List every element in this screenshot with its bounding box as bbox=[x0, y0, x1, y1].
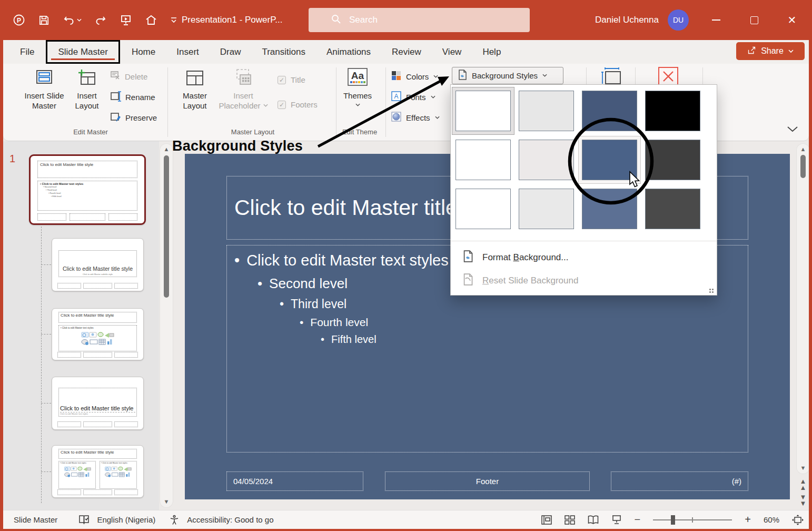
footer-placeholder[interactable]: Footer bbox=[385, 471, 590, 491]
home-icon[interactable] bbox=[145, 14, 157, 26]
insert-layout-icon bbox=[77, 67, 97, 88]
sidebar-scrollbar-thumb[interactable] bbox=[164, 155, 169, 298]
date-placeholder[interactable]: 04/05/2024 bbox=[226, 471, 363, 491]
scroll-up-icon[interactable]: ▲ bbox=[799, 146, 807, 152]
group-label-master-layout: Master Layout bbox=[171, 128, 335, 136]
tab-draw[interactable]: Draw bbox=[210, 40, 252, 64]
preserve-button[interactable]: Preserve bbox=[110, 110, 157, 125]
format-background-menu-item[interactable]: Format Background... bbox=[451, 246, 717, 269]
background-style-swatch[interactable] bbox=[515, 136, 578, 184]
undo-icon[interactable] bbox=[63, 14, 82, 26]
tab-view[interactable]: View bbox=[432, 40, 472, 64]
avatar[interactable]: DU bbox=[668, 9, 689, 31]
thumbnail-layout-2[interactable]: Click to edit Master title style • Click… bbox=[52, 308, 144, 360]
minimize-button[interactable] bbox=[697, 0, 735, 40]
insert-slide-master-button[interactable]: Insert Slide Master bbox=[22, 67, 67, 111]
background-style-swatch[interactable] bbox=[641, 185, 704, 233]
themes-button[interactable]: Aa Themes bbox=[335, 67, 380, 107]
tab-transitions[interactable]: Transitions bbox=[251, 40, 316, 64]
save-icon[interactable] bbox=[38, 14, 50, 26]
background-style-swatch[interactable] bbox=[452, 185, 514, 233]
fit-to-window-icon[interactable] bbox=[792, 515, 804, 525]
background-style-swatch[interactable] bbox=[452, 87, 514, 135]
collapse-ribbon-chevron[interactable] bbox=[787, 125, 798, 135]
maximize-button[interactable] bbox=[735, 0, 773, 40]
status-accessibility[interactable]: Accessibility: Good to go bbox=[187, 515, 273, 524]
accessibility-icon[interactable] bbox=[169, 515, 180, 525]
next-slide-button[interactable]: ▼▼ bbox=[796, 494, 810, 507]
close-button[interactable]: ✕ bbox=[773, 0, 811, 40]
resize-grip[interactable] bbox=[709, 288, 714, 293]
rename-button[interactable]: Rename bbox=[110, 90, 155, 104]
format-background-icon bbox=[462, 250, 473, 265]
slideshow-view-icon[interactable] bbox=[611, 515, 622, 525]
tab-slide-master[interactable]: Slide Master bbox=[46, 40, 120, 64]
chevron-down-icon bbox=[431, 95, 435, 100]
main-scrollbar[interactable]: ▲ ▼ bbox=[796, 143, 810, 474]
status-view-label[interactable]: Slide Master bbox=[14, 515, 57, 524]
zoom-out-icon[interactable]: − bbox=[635, 514, 641, 526]
scroll-down-icon[interactable]: ▼ bbox=[163, 499, 170, 505]
share-button[interactable]: Share bbox=[736, 42, 805, 60]
thumb-footer-row bbox=[57, 283, 137, 289]
normal-view-icon[interactable] bbox=[541, 515, 552, 525]
tab-review[interactable]: Review bbox=[381, 40, 432, 64]
insert-layout-button[interactable]: Insert Layout bbox=[64, 67, 110, 111]
thumbnail-layout-3[interactable]: Click to edit Master title style Click t… bbox=[52, 377, 144, 430]
slide-sorter-icon[interactable] bbox=[565, 515, 575, 525]
thumbnail-layout-1[interactable]: Click to edit Master title style Click t… bbox=[52, 238, 144, 291]
zoom-level[interactable]: 60% bbox=[764, 515, 779, 524]
redo-icon[interactable] bbox=[94, 14, 107, 26]
scroll-down-icon[interactable]: ▼ bbox=[799, 465, 807, 471]
document-title: Presentation1 - PowerP... bbox=[182, 0, 283, 40]
powerpoint-window: P Presentation1 - PowerP... bbox=[0, 0, 812, 531]
thumbnail-connector bbox=[41, 403, 51, 404]
background-style-swatch[interactable] bbox=[641, 87, 704, 135]
scroll-up-icon[interactable]: ▲ bbox=[163, 146, 170, 152]
thumb-title-placeholder: Click to edit Master title style bbox=[37, 161, 137, 178]
tab-animations[interactable]: Animations bbox=[316, 40, 381, 64]
tab-help[interactable]: Help bbox=[472, 40, 511, 64]
effects-dropdown[interactable]: Effects bbox=[391, 110, 440, 125]
tab-home[interactable]: Home bbox=[121, 40, 166, 64]
spellcheck-icon[interactable] bbox=[78, 515, 90, 525]
master-layout-button[interactable]: Master Layout bbox=[172, 67, 217, 111]
status-language[interactable]: English (Nigeria) bbox=[97, 515, 155, 524]
background-style-swatch[interactable] bbox=[452, 136, 514, 184]
reading-view-icon[interactable] bbox=[588, 515, 599, 525]
bullet-level-5: Fifth level bbox=[331, 333, 377, 346]
main-scrollbar-thumb[interactable] bbox=[800, 155, 806, 178]
checkbox-icon: ✓ bbox=[278, 76, 286, 84]
background-styles-button[interactable]: Background Styles bbox=[452, 67, 563, 84]
tab-insert[interactable]: Insert bbox=[166, 40, 210, 64]
background-style-swatch[interactable] bbox=[515, 87, 578, 135]
user-name[interactable]: Daniel Uchenna bbox=[595, 0, 659, 40]
background-styles-gallery bbox=[452, 87, 704, 233]
background-style-swatch[interactable] bbox=[578, 87, 641, 135]
footers-checkbox: ✓ Footers bbox=[278, 100, 318, 109]
background-style-swatch[interactable] bbox=[641, 136, 704, 184]
thumbnail-layout-4[interactable]: Click to edit Master title style • Click… bbox=[52, 445, 144, 498]
start-slideshow-icon[interactable] bbox=[120, 14, 132, 26]
thumbnail-master-slide[interactable]: Click to edit Master title style • Click… bbox=[29, 154, 146, 225]
chevron-down-icon bbox=[435, 115, 440, 120]
previous-slide-button[interactable]: ▲▲ bbox=[796, 478, 810, 491]
background-style-swatch[interactable] bbox=[578, 185, 641, 233]
zoom-slider-tick bbox=[692, 517, 693, 523]
slide-number-placeholder[interactable]: (#) bbox=[611, 471, 748, 491]
zoom-in-icon[interactable]: + bbox=[745, 514, 751, 526]
customize-qat-icon[interactable] bbox=[170, 17, 177, 23]
chevron-down-icon bbox=[788, 50, 794, 53]
zoom-slider-thumb[interactable] bbox=[671, 515, 675, 525]
fonts-dropdown[interactable]: A Fonts bbox=[391, 90, 435, 104]
tab-file[interactable]: File bbox=[9, 40, 45, 64]
bullet-level-3: Third level bbox=[291, 297, 346, 311]
thumb-title-placeholder: Click to edit Master title style Click t… bbox=[58, 250, 137, 277]
zoom-slider[interactable] bbox=[653, 519, 732, 520]
colors-dropdown[interactable]: Colors bbox=[391, 69, 438, 84]
background-style-swatch[interactable] bbox=[578, 136, 641, 184]
sidebar-scrollbar[interactable]: ▲ ▼ bbox=[160, 143, 173, 508]
thumbnail-connector bbox=[41, 471, 51, 472]
search-input[interactable]: Search bbox=[309, 8, 530, 32]
background-style-swatch[interactable] bbox=[515, 185, 578, 233]
